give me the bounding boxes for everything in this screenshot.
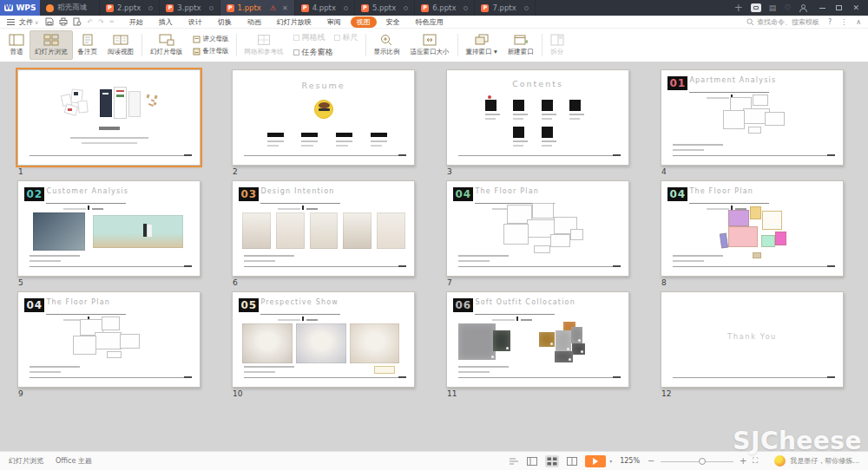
grid-and-guides-button[interactable]: 网格和参考线 [240,30,289,60]
undo-icon[interactable]: ↶ [87,18,93,26]
fit-window-button[interactable]: 适应窗口大小 [405,30,455,60]
tab-close-icon[interactable]: ✕ [282,4,288,12]
slide-sorter-canvas[interactable]: 1Resume2Contents301Apartment Analysis402… [0,62,868,451]
slide-footer-tick [613,265,621,267]
minimize-button[interactable] [819,8,825,9]
menu-动画[interactable]: 动画 [241,16,267,28]
zoom-percentage[interactable]: 125% [620,457,640,465]
slide-thumbnail-10[interactable]: 05Prespective Show [232,291,415,388]
slide-thumbnail-11[interactable]: 06Soft Outfit Collocation [446,291,629,388]
view-normal-button[interactable]: 普通 [3,30,30,60]
help-button[interactable]: ? [828,18,832,26]
fit-slide-button[interactable]: ⛶ [753,456,758,466]
ppt-file-icon: P [166,4,174,12]
preview-icon[interactable] [73,17,82,26]
tab-7.pptx[interactable]: P7.pptx [475,0,535,16]
menu-审阅[interactable]: 审阅 [321,16,347,28]
tab-2.pptx[interactable]: P2.pptx [100,0,160,16]
floorplan-room-color [775,232,787,245]
slide-thumbnail-2[interactable]: Resume [232,69,415,166]
view-slide-sorter-button[interactable]: 幻灯片浏览 [30,30,73,60]
view-reading-button[interactable]: 阅读视图 [102,30,139,60]
slide-thumbnail-12[interactable]: Thank You [661,291,844,388]
wps-logo[interactable]: W WPS [0,0,40,16]
view-notes-page-button[interactable]: 备注页 [73,30,103,60]
slide-caption-bar [30,255,80,257]
menu-幻灯片放映[interactable]: 幻灯片放映 [271,16,318,28]
slide-thumbnail-4[interactable]: 01Apartment Analysis [661,69,844,166]
slide-thumbnail-6[interactable]: 03Design Intention [232,180,415,277]
slide-thumbnail-7[interactable]: 04The Floor Plan [446,180,629,277]
zoom-slider[interactable] [661,457,733,466]
close-button[interactable]: ✕ [852,3,859,12]
maximize-button[interactable] [836,5,842,10]
tab-5.pptx[interactable]: P5.pptx [355,0,415,16]
compatibility-warning-icon[interactable]: ⚠ [270,4,276,12]
menu-特色应用[interactable]: 特色应用 [410,16,450,28]
favorite-icon[interactable]: ♡ [784,3,791,12]
tab-status-icon [344,6,348,10]
slideshow-options-caret-icon[interactable]: ▾ [609,458,612,464]
menu-开始[interactable]: 开始 [123,16,149,28]
format-painter-icon[interactable]: ≂ [109,18,115,25]
menu-安全[interactable]: 安全 [380,16,406,28]
share-icon[interactable]: ▤ [769,3,777,12]
statusbar-normal-view-button[interactable] [525,455,539,467]
new-tab-button[interactable]: + [734,3,743,13]
save-icon[interactable] [45,17,54,26]
assistant-avatar-icon [774,455,786,467]
menu-设计[interactable]: 设计 [182,16,208,28]
tab-稻壳商城[interactable]: 稻壳商城 [40,0,100,16]
command-search[interactable]: 查找命令、搜索模板 [746,17,819,27]
statusbar-sorter-view-button[interactable] [545,455,559,467]
menu-视图[interactable]: 视图 [351,16,377,28]
more-button[interactable]: ⋮ [840,18,847,26]
tab-3.pptx[interactable]: P3.pptx [160,0,220,16]
tab-1.pptx[interactable]: P1.pptx⚠✕ [220,0,295,16]
statusbar-theme[interactable]: Office 主题 [56,456,92,466]
contents-caption-bar [569,114,584,115]
tab-4.pptx[interactable]: P4.pptx [295,0,355,16]
zoom-slider-handle[interactable] [699,458,706,465]
arrange-windows-button[interactable]: 重排窗口 ▾ [461,30,503,60]
slideshow-play-button[interactable] [585,455,606,467]
tab-6.pptx[interactable]: P6.pptx [415,0,475,16]
user-account-icon[interactable] [799,3,808,13]
redo-icon[interactable]: ↷ [98,18,104,26]
swatch-pin [567,348,569,350]
collapse-ribbon-button[interactable]: ∧ [856,18,861,26]
zoom-in-button[interactable]: + [740,456,746,466]
tab-list-icon[interactable] [751,3,761,12]
file-menu[interactable]: 文件 [19,17,33,27]
contents-caption-bar [542,118,552,120]
hamburger-icon[interactable] [7,19,15,25]
ppt-file-icon: P [361,4,369,12]
slide-section-number: 03 [239,187,259,201]
slide-caption-bar [244,255,294,257]
statusbar-reading-view-button[interactable] [565,455,579,467]
task-pane-checkbox[interactable]: 任务窗格 [293,47,358,58]
slide-number: 7 [447,278,629,287]
menu-切换[interactable]: 切换 [212,16,238,28]
menu-插入[interactable]: 插入 [153,16,179,28]
zoom-button[interactable]: 显示比例 [369,30,405,60]
file-caret-icon[interactable]: ∨ [35,19,38,25]
floorplan-room [723,110,745,129]
slide-thumbnail-3[interactable]: Contents [446,69,629,166]
slide-thumbnail-8[interactable]: 04The Floor Plan [661,180,844,277]
new-window-button[interactable]: 新建窗口 [503,30,539,60]
ruler-checkbox[interactable]: 标尺 [334,32,358,43]
slide-thumbnail-9[interactable]: 04The Floor Plan [17,291,201,388]
window-controls: ✕ [816,0,868,16]
notes-panel-icon[interactable] [509,457,519,466]
assistant-entry[interactable]: 我是墨仔，帮你修炼... [774,455,859,467]
slide-thumbnail-1[interactable] [17,69,201,166]
print-icon[interactable] [59,17,68,26]
slide-master-button[interactable]: 幻灯片母版 [145,30,188,60]
notes-master-button[interactable]: 备注母版 [193,47,229,55]
gridlines-checkbox[interactable]: 网格线 [293,32,326,43]
zoom-out-button[interactable]: − [648,456,654,466]
handout-master-button[interactable]: 讲义母版 [193,35,229,43]
slide-thumbnail-5[interactable]: 02Customer Analysis [17,180,201,277]
split-window-button[interactable]: 拆分 [545,30,569,60]
